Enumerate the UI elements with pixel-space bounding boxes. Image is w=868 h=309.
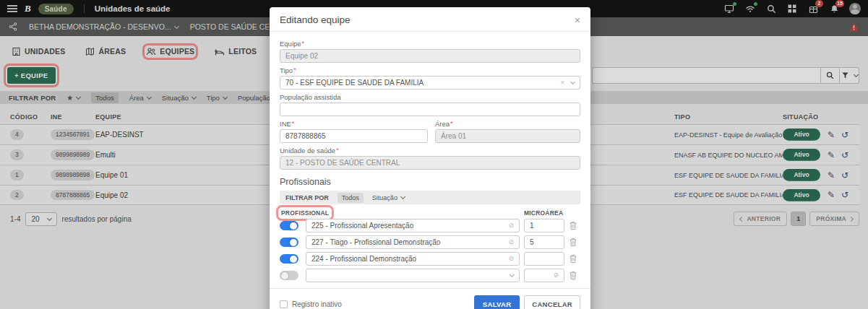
- profissional-row: ⊘: [280, 269, 580, 282]
- microarea-input[interactable]: [530, 222, 559, 230]
- blocked-icon: ⊘: [553, 272, 559, 279]
- close-icon[interactable]: ×: [575, 15, 580, 25]
- profissionais-header-row: PROFISSIONAL MICROÁREA: [280, 209, 580, 217]
- trash-icon[interactable]: [569, 271, 577, 280]
- profissional-toggle[interactable]: [280, 254, 298, 264]
- microarea-field: [524, 235, 564, 249]
- profissionais-section-title: Profissionais: [280, 177, 580, 187]
- ine-field: [280, 129, 428, 143]
- prof-filter-label: FILTRAR POR: [285, 194, 329, 201]
- modal-header: Editando equipe ×: [270, 7, 590, 32]
- microarea-field: ⊘: [524, 269, 564, 282]
- profissional-input[interactable]: [311, 222, 505, 230]
- profissional-select[interactable]: [306, 269, 520, 282]
- equipe-field: Equipe 02: [280, 49, 580, 63]
- profissional-toggle[interactable]: [280, 271, 298, 280]
- profissional-field: ⊘: [306, 219, 520, 232]
- populacao-label: População assistida: [280, 93, 580, 101]
- populacao-input[interactable]: [285, 105, 575, 113]
- microarea-input[interactable]: [530, 271, 550, 279]
- equipe-label: Equipe*: [280, 40, 580, 48]
- profissional-row: ⊘: [280, 219, 580, 232]
- prof-filter-todos[interactable]: Todos: [338, 193, 364, 203]
- registro-inativo-label: Registro inativo: [292, 300, 342, 308]
- microarea-field: [524, 219, 564, 232]
- profissional-toggle[interactable]: [280, 221, 298, 230]
- ine-label: INE*: [280, 120, 428, 128]
- registro-inativo-checkbox[interactable]: [280, 300, 288, 308]
- modal-title: Editando equipe: [280, 14, 351, 25]
- profissional-field: ⊘: [306, 235, 520, 249]
- chevron-down-icon: [570, 79, 575, 84]
- profissional-input[interactable]: [311, 238, 505, 246]
- trash-icon[interactable]: [569, 254, 577, 264]
- area-label: Área*: [435, 120, 580, 128]
- modal-body: Equipe* Equipe 02 Tipo* 70 - ESF EQUIPE …: [270, 32, 590, 282]
- microarea-field: [524, 252, 564, 266]
- save-button[interactable]: SALVAR: [474, 295, 520, 309]
- tipo-label: Tipo*: [280, 66, 580, 74]
- tipo-select[interactable]: 70 - ESF EQUIPE DE SAUDE DA FAMILIA ×: [280, 76, 580, 90]
- clear-icon[interactable]: ×: [561, 79, 564, 86]
- ine-input[interactable]: [285, 132, 422, 140]
- prof-filter-situacao[interactable]: Situação: [372, 194, 405, 201]
- profissional-toggle[interactable]: [280, 238, 298, 247]
- profissional-field: ⊘: [306, 252, 520, 266]
- profissionais-filter-bar: FILTRAR POR Todos Situação: [280, 191, 580, 204]
- blocked-icon: ⊘: [508, 222, 514, 229]
- cancel-button[interactable]: CANCELAR: [524, 295, 580, 309]
- app-page: B Saúde Unidades de saúde 2: [0, 0, 868, 309]
- col-profissional: PROFISSIONAL: [280, 209, 330, 217]
- edit-equipe-modal: Editando equipe × Equipe* Equipe 02 Tipo…: [270, 7, 590, 309]
- unidade-field: 12 - POSTO DE SAÚDE CENTRAL: [280, 156, 580, 170]
- profissional-input[interactable]: [311, 271, 504, 279]
- microarea-input[interactable]: [530, 238, 559, 246]
- microarea-input[interactable]: [530, 255, 559, 263]
- col-microarea: MICROÁREA: [524, 209, 580, 217]
- chevron-down-icon: [510, 272, 515, 277]
- chevron-down-icon: [400, 194, 405, 199]
- profissional-row: ⊘: [280, 252, 580, 266]
- profissional-input[interactable]: [311, 255, 505, 263]
- unidade-label: Unidade de saúde*: [280, 147, 580, 154]
- area-field: Área 01: [435, 129, 580, 143]
- modal-footer: Registro inativo SALVAR CANCELAR: [270, 288, 590, 309]
- blocked-icon: ⊘: [508, 239, 514, 245]
- profissional-row: ⊘: [280, 235, 580, 249]
- trash-icon[interactable]: [569, 221, 577, 230]
- trash-icon[interactable]: [569, 238, 577, 247]
- blocked-icon: ⊘: [508, 256, 514, 262]
- populacao-field: [280, 103, 580, 116]
